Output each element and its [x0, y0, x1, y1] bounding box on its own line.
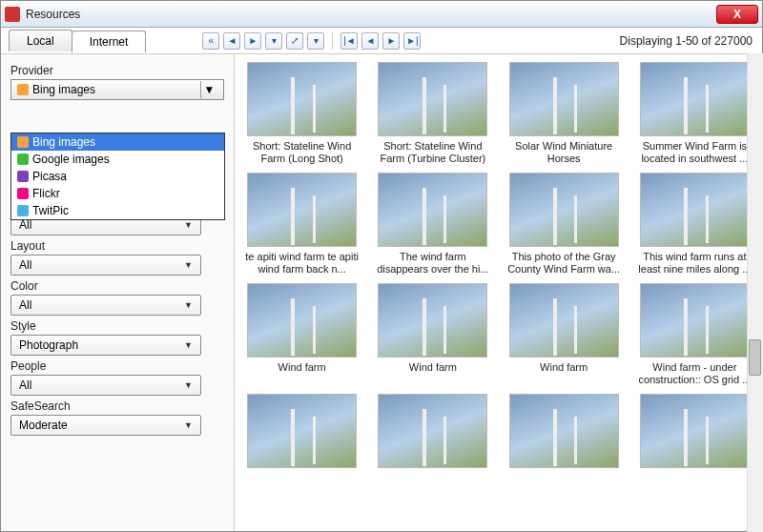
provider-select[interactable]: Bing images ▼ — [10, 79, 224, 100]
twitpic-icon — [17, 205, 29, 216]
result-card[interactable]: Short: Stateline Wind Farm (Turbine Clus… — [369, 62, 496, 167]
result-caption: te apiti wind farm te apiti wind farm ba… — [244, 251, 361, 277]
safesearch-select[interactable]: Moderate▼ — [10, 415, 201, 436]
result-thumbnail[interactable] — [247, 283, 357, 358]
layout-value: All — [19, 258, 31, 272]
result-thumbnail[interactable] — [247, 62, 357, 136]
chevron-down-icon: ▼ — [184, 220, 193, 230]
chevron-down-icon: ▼ — [200, 81, 217, 98]
result-thumbnail[interactable] — [640, 394, 750, 468]
result-caption: Solar Wind Miniature Horses — [505, 140, 622, 167]
chevron-down-icon: ▼ — [184, 340, 193, 350]
provider-option-google[interactable]: Google images — [11, 151, 224, 168]
result-thumbnail[interactable] — [378, 283, 487, 358]
results-grid: Short: Stateline Wind Farm (Long Shot)Sh… — [238, 62, 758, 499]
result-card[interactable]: Short: Stateline Wind Farm (Long Shot) — [238, 62, 365, 167]
result-caption: Wind farm - under construction:: OS grid… — [636, 361, 753, 388]
chevron-down-icon: ▼ — [184, 300, 193, 310]
next-icon[interactable]: ► — [382, 32, 400, 50]
style-value: Photograph — [19, 338, 78, 352]
result-thumbnail[interactable] — [509, 394, 619, 468]
result-caption — [244, 472, 361, 499]
result-card[interactable] — [501, 394, 628, 499]
result-caption — [636, 472, 753, 499]
result-thumbnail[interactable] — [640, 173, 750, 247]
result-card[interactable] — [369, 394, 496, 499]
first-page-icon[interactable]: « — [202, 32, 219, 50]
result-card[interactable]: The wind farm disappears over the hi... — [369, 173, 496, 277]
result-card[interactable]: Summer Wind Farm is located in southwest… — [631, 62, 758, 167]
provider-option-label: TwitPic — [32, 204, 69, 217]
result-thumbnail[interactable] — [378, 173, 487, 247]
result-thumbnail[interactable] — [640, 283, 750, 358]
provider-option-label: Picasa — [32, 170, 67, 183]
color-select[interactable]: All▼ — [10, 295, 201, 316]
result-caption — [375, 472, 491, 499]
result-caption: Short: Stateline Wind Farm (Long Shot) — [244, 140, 361, 167]
result-caption: This wind farm runs at least nine miles … — [636, 251, 753, 277]
people-select[interactable]: All▼ — [10, 375, 201, 396]
layout-select[interactable]: All▼ — [10, 255, 201, 276]
window-title: Resources — [26, 8, 716, 21]
chevron-down-icon: ▼ — [184, 380, 193, 390]
status-count: Displaying 1-50 of 227000 — [620, 34, 753, 48]
color-value: All — [19, 298, 31, 312]
result-thumbnail[interactable] — [378, 62, 487, 136]
result-thumbnail[interactable] — [509, 173, 619, 247]
expand-icon[interactable]: ⤢ — [286, 32, 303, 50]
result-card[interactable]: Solar Wind Miniature Horses — [501, 62, 628, 167]
goto-last-icon[interactable]: ►| — [403, 32, 421, 50]
nav-tools: « ◄ ► ▾ ⤢ ▾ |◄ ◄ ► ►| — [202, 32, 421, 50]
color-label: Color — [10, 279, 224, 293]
result-card[interactable]: te apiti wind farm te apiti wind farm ba… — [238, 173, 365, 277]
sidebar: Provider Bing images ▼ Bing images Googl… — [1, 54, 235, 531]
titlebar: Resources X — [1, 1, 762, 28]
chevron-down-icon: ▼ — [184, 260, 193, 270]
style-label: Style — [10, 319, 224, 333]
forward-icon[interactable]: ► — [244, 32, 261, 50]
provider-dropdown: Bing images Google images Picasa Flickr … — [10, 133, 225, 220]
goto-first-icon[interactable]: |◄ — [340, 32, 358, 50]
back-icon[interactable]: ◄ — [223, 32, 240, 50]
result-card[interactable]: Wind farm — [369, 283, 496, 388]
result-caption: The wind farm disappears over the hi... — [375, 251, 491, 277]
result-caption: This photo of the Gray County Wind Farm … — [505, 251, 622, 277]
vertical-scrollbar[interactable] — [747, 53, 763, 532]
provider-option-twitpic[interactable]: TwitPic — [11, 202, 224, 219]
tab-internet[interactable]: Internet — [72, 31, 147, 52]
provider-label: Provider — [10, 64, 224, 77]
provider-option-label: Google images — [32, 153, 110, 166]
result-thumbnail[interactable] — [378, 394, 487, 468]
result-card[interactable]: Wind farm - under construction:: OS grid… — [631, 283, 758, 388]
result-card[interactable] — [238, 394, 365, 499]
provider-option-label: Flickr — [32, 187, 60, 200]
result-caption — [505, 472, 622, 499]
main: Provider Bing images ▼ Bing images Googl… — [1, 54, 762, 531]
result-thumbnail[interactable] — [509, 283, 619, 358]
layout-label: Layout — [10, 239, 224, 253]
prev-icon[interactable]: ◄ — [361, 32, 379, 50]
dropdown-icon[interactable]: ▾ — [307, 32, 324, 50]
provider-option-bing[interactable]: Bing images — [11, 133, 224, 151]
tab-local[interactable]: Local — [9, 30, 72, 51]
safesearch-label: SafeSearch — [10, 399, 224, 413]
result-card[interactable] — [631, 394, 758, 499]
result-thumbnail[interactable] — [247, 394, 357, 468]
result-card[interactable]: Wind farm — [238, 283, 365, 388]
result-card[interactable]: This wind farm runs at least nine miles … — [631, 173, 758, 277]
result-card[interactable]: This photo of the Gray County Wind Farm … — [501, 173, 628, 277]
people-label: People — [10, 359, 224, 373]
result-thumbnail[interactable] — [247, 173, 357, 247]
tabs: Local Internet — [9, 30, 145, 51]
provider-option-picasa[interactable]: Picasa — [11, 168, 224, 185]
provider-option-label: Bing images — [32, 135, 95, 149]
result-thumbnail[interactable] — [640, 62, 750, 136]
provider-option-flickr[interactable]: Flickr — [11, 185, 224, 202]
forward-menu-icon[interactable]: ▾ — [265, 32, 282, 50]
close-button[interactable]: X — [716, 5, 758, 24]
scroll-thumb[interactable] — [749, 339, 761, 376]
result-card[interactable]: Wind farm — [501, 283, 628, 388]
style-select[interactable]: Photograph▼ — [10, 335, 201, 356]
result-caption: Wind farm — [505, 361, 622, 388]
result-thumbnail[interactable] — [509, 62, 619, 136]
